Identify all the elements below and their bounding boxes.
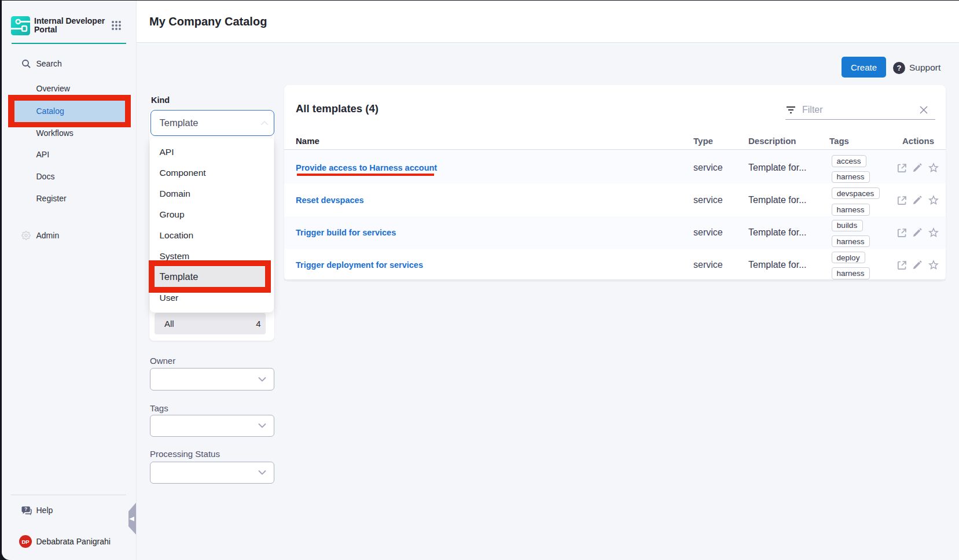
svg-text:?: ? xyxy=(24,506,27,512)
